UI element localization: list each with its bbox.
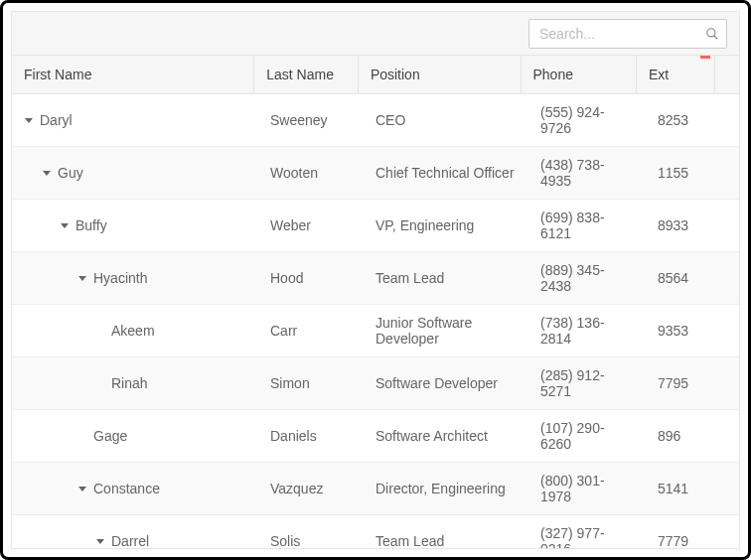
first-name-text: Hyacinth — [93, 270, 147, 286]
first-name-text: Akeem — [111, 323, 155, 339]
cell-phone: (555) 924-9726 — [528, 94, 646, 146]
first-name-text: Rinah — [111, 375, 148, 391]
first-name-text: Darrel — [111, 533, 149, 549]
cell-position: Chief Technical Officer — [364, 147, 528, 199]
grid-body[interactable]: DarylSweeneyCEO(555) 924-97268253GuyWoot… — [11, 94, 740, 549]
search-box — [528, 19, 727, 49]
toolbar — [11, 11, 740, 55]
cell-ext: 5141 — [646, 463, 725, 514]
cell-last-name: Sweeney — [258, 94, 364, 146]
treelist-container: First Name Last Name Position Phone Ext … — [0, 0, 751, 560]
expand-toggle[interactable] — [24, 115, 34, 125]
cell-last-name: Wooten — [258, 147, 364, 199]
cell-first-name: Gage — [12, 410, 258, 462]
cell-phone: (438) 738-4935 — [528, 147, 646, 199]
cell-phone: (285) 912-5271 — [528, 357, 646, 409]
cell-last-name: Carr — [258, 305, 364, 356]
cell-phone: (327) 977-0216 — [528, 515, 646, 549]
cell-phone: (738) 136-2814 — [528, 305, 646, 356]
cell-ext: 8253 — [646, 94, 725, 146]
cell-last-name: Solis — [258, 515, 364, 549]
header-last-name[interactable]: Last Name — [254, 56, 359, 93]
table-row[interactable]: AkeemCarrJunior Software Developer(738) … — [12, 305, 739, 357]
header-ext[interactable]: Ext — [637, 56, 715, 93]
first-name-text: Gage — [93, 428, 127, 444]
table-row[interactable]: GuyWootenChief Technical Officer(438) 73… — [12, 147, 739, 200]
caret-down-icon — [61, 223, 69, 228]
search-icon[interactable] — [705, 27, 719, 41]
header-first-name[interactable]: First Name — [12, 56, 254, 93]
cell-position: Team Lead — [364, 252, 528, 304]
table-row[interactable]: BuffyWeberVP, Engineering(699) 838-61218… — [12, 200, 739, 252]
cell-first-name: Buffy — [12, 200, 258, 251]
first-name-text: Buffy — [75, 217, 107, 233]
header-scrollbar-spacer — [715, 56, 739, 93]
cell-last-name: Weber — [258, 200, 364, 251]
cell-last-name: Vazquez — [258, 463, 364, 514]
search-input[interactable] — [528, 19, 727, 49]
cell-phone: (800) 301-1978 — [528, 463, 646, 514]
header-label: First Name — [24, 67, 91, 82]
cell-last-name: Simon — [258, 357, 364, 409]
cell-last-name: Hood — [258, 252, 364, 304]
cell-ext: 896 — [646, 410, 725, 462]
cell-phone: (107) 290-6260 — [528, 410, 646, 462]
table-row[interactable]: ConstanceVazquezDirector, Engineering(80… — [12, 463, 739, 515]
cell-first-name: Constance — [12, 463, 258, 514]
loading-indicator-icon — [700, 56, 710, 59]
cell-position: Junior Software Developer — [364, 305, 528, 356]
cell-first-name: Darrel — [12, 515, 258, 549]
header-label: Last Name — [266, 67, 334, 82]
first-name-text: Guy — [58, 165, 83, 181]
cell-position: Team Lead — [364, 515, 528, 549]
table-row[interactable]: DarylSweeneyCEO(555) 924-97268253 — [12, 94, 739, 147]
caret-down-icon — [43, 171, 51, 176]
cell-phone: (699) 838-6121 — [528, 200, 646, 251]
cell-position: Software Architect — [364, 410, 528, 462]
header-position[interactable]: Position — [359, 56, 522, 93]
cell-first-name: Guy — [12, 147, 258, 199]
cell-ext: 7795 — [646, 357, 725, 409]
cell-last-name: Daniels — [258, 410, 364, 462]
caret-down-icon — [25, 118, 33, 123]
header-phone[interactable]: Phone — [522, 56, 637, 93]
svg-point-0 — [707, 28, 715, 36]
cell-position: CEO — [364, 94, 528, 146]
cell-position: Software Developer — [364, 357, 528, 409]
table-row[interactable]: RinahSimonSoftware Developer(285) 912-52… — [12, 357, 739, 410]
cell-ext: 8564 — [646, 252, 725, 304]
cell-position: Director, Engineering — [364, 463, 528, 514]
expand-toggle[interactable] — [60, 220, 70, 230]
table-row[interactable]: GageDanielsSoftware Architect(107) 290-6… — [12, 410, 739, 463]
header-label: Phone — [533, 67, 573, 82]
first-name-text: Constance — [93, 481, 160, 496]
expand-toggle[interactable] — [77, 484, 87, 493]
expand-toggle[interactable] — [77, 273, 87, 283]
column-headers: First Name Last Name Position Phone Ext — [11, 55, 740, 94]
first-name-text: Daryl — [40, 112, 73, 128]
cell-first-name: Daryl — [12, 94, 258, 146]
cell-ext: 8933 — [646, 200, 725, 251]
caret-down-icon — [78, 487, 86, 491]
cell-position: VP, Engineering — [364, 200, 528, 251]
header-label: Position — [371, 67, 420, 82]
cell-ext: 7779 — [646, 515, 725, 549]
cell-first-name: Hyacinth — [12, 252, 258, 304]
expand-toggle[interactable] — [95, 536, 105, 546]
cell-phone: (889) 345-2438 — [528, 252, 646, 304]
cell-first-name: Rinah — [12, 357, 258, 409]
cell-ext: 1155 — [646, 147, 725, 199]
caret-down-icon — [78, 276, 86, 281]
header-label: Ext — [649, 67, 669, 82]
table-row[interactable]: HyacinthHoodTeam Lead(889) 345-24388564 — [12, 252, 739, 305]
cell-ext: 9353 — [646, 305, 725, 356]
caret-down-icon — [96, 539, 104, 544]
table-row[interactable]: DarrelSolisTeam Lead(327) 977-02167779 — [12, 515, 739, 549]
cell-first-name: Akeem — [12, 305, 258, 356]
svg-line-1 — [714, 35, 718, 39]
expand-toggle[interactable] — [42, 168, 52, 178]
